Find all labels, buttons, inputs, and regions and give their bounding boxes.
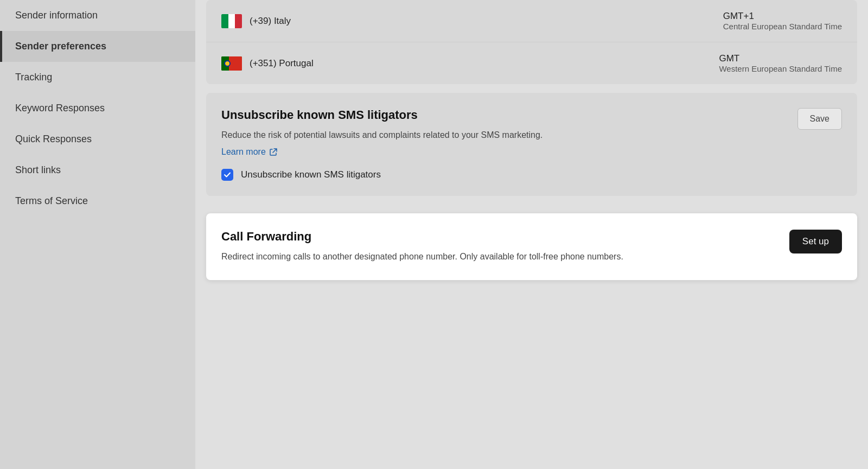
sidebar-item-quick-responses[interactable]: Quick Responses: [0, 124, 195, 155]
country-portugal: (+351) Portugal: [250, 58, 456, 69]
timezone-row-italy: (+39) Italy GMT+1 Central European Stand…: [206, 0, 857, 42]
sidebar-item-terms-of-service[interactable]: Terms of Service: [0, 186, 195, 217]
call-forwarding-card: Call Forwarding Redirect incoming calls …: [206, 213, 857, 280]
unsubscribe-description: Reduce the risk of potential lawsuits an…: [221, 129, 666, 142]
unsubscribe-title: Unsubscribe known SMS litigators: [221, 108, 842, 122]
sidebar-item-keyword-responses[interactable]: Keyword Responses: [0, 93, 195, 124]
call-forwarding-description: Redirect incoming calls to another desig…: [221, 250, 666, 264]
country-italy: (+39) Italy: [250, 16, 456, 27]
tz-label-italy: Central European Standard Time: [723, 22, 842, 31]
timezone-info-portugal: GMT Western European Standard Time: [719, 53, 842, 73]
timezone-info-italy: GMT+1 Central European Standard Time: [723, 11, 842, 31]
call-forwarding-title: Call Forwarding: [221, 230, 842, 244]
sidebar: Sender information Sender preferences Tr…: [0, 0, 195, 469]
gmt-offset-portugal: GMT: [719, 53, 842, 64]
checkmark-icon: [224, 171, 231, 179]
checkbox-label: Unsubscribe known SMS litigators: [241, 169, 381, 180]
timezone-card: (+39) Italy GMT+1 Central European Stand…: [206, 0, 857, 84]
main-content: (+39) Italy GMT+1 Central European Stand…: [195, 0, 868, 469]
sidebar-item-sender-preferences[interactable]: Sender preferences: [0, 31, 195, 62]
save-button[interactable]: Save: [797, 108, 842, 130]
flag-portugal: [221, 56, 242, 71]
sidebar-item-short-links[interactable]: Short links: [0, 155, 195, 186]
gmt-offset-italy: GMT+1: [723, 11, 842, 22]
sidebar-item-sender-information[interactable]: Sender information: [0, 0, 195, 31]
flag-italy: [221, 14, 242, 28]
tz-label-portugal: Western European Standard Time: [719, 64, 842, 73]
unsubscribe-checkbox[interactable]: [221, 169, 233, 181]
sidebar-item-tracking[interactable]: Tracking: [0, 62, 195, 93]
timezone-row-portugal: (+351) Portugal GMT Western European Sta…: [206, 42, 857, 84]
learn-more-link[interactable]: Learn more: [221, 147, 278, 157]
setup-button[interactable]: Set up: [789, 230, 842, 253]
external-link-icon: [269, 148, 278, 156]
unsubscribe-card: Unsubscribe known SMS litigators Reduce …: [206, 93, 857, 196]
checkbox-row: Unsubscribe known SMS litigators: [221, 169, 842, 181]
